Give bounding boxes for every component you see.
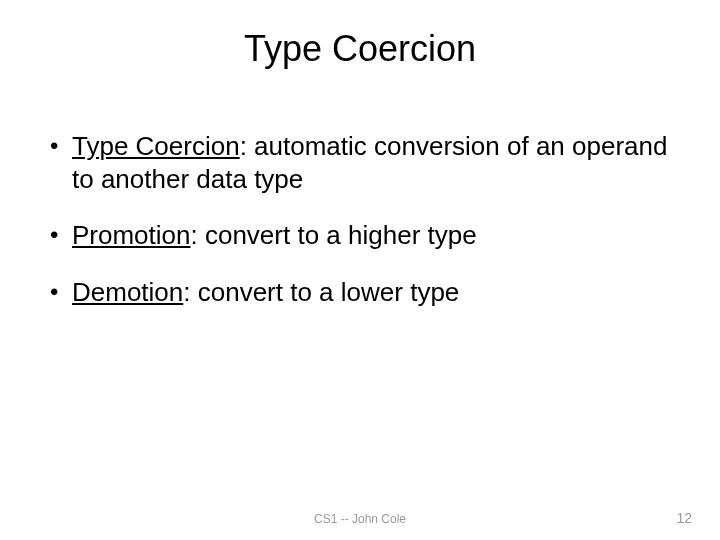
term: Demotion (72, 277, 183, 307)
page-number: 12 (676, 510, 692, 526)
bullet-marker: • (50, 219, 72, 250)
bullet-text: Type Coercion: automatic conversion of a… (72, 130, 670, 195)
slide-body: • Type Coercion: automatic conversion of… (50, 130, 670, 332)
bullet-item: • Demotion: convert to a lower type (50, 276, 670, 309)
term: Promotion (72, 220, 191, 250)
footer-center: CS1 -- John Cole (0, 512, 720, 526)
bullet-marker: • (50, 276, 72, 307)
definition: : convert to a lower type (183, 277, 459, 307)
term: Type Coercion (72, 131, 240, 161)
bullet-item: • Type Coercion: automatic conversion of… (50, 130, 670, 195)
definition: : convert to a higher type (191, 220, 477, 250)
slide-title: Type Coercion (0, 28, 720, 70)
bullet-text: Demotion: convert to a lower type (72, 276, 670, 309)
bullet-marker: • (50, 130, 72, 161)
bullet-text: Promotion: convert to a higher type (72, 219, 670, 252)
slide: Type Coercion • Type Coercion: automatic… (0, 0, 720, 540)
bullet-item: • Promotion: convert to a higher type (50, 219, 670, 252)
